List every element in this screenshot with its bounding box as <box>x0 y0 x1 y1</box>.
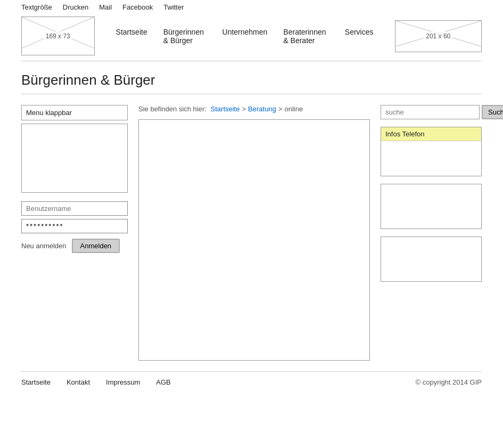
logo-small: 169 x 73 <box>21 17 95 55</box>
footer-impressum[interactable]: Impressum <box>106 378 140 386</box>
breadcrumb-sep1: > <box>242 105 246 113</box>
infos-telefon-title: Infos Telefon <box>381 127 481 141</box>
center-content: Sie befinden sich hier: Startseite > Ber… <box>138 105 370 361</box>
footer-agb[interactable]: AGB <box>156 378 170 386</box>
title-divider <box>21 94 482 94</box>
page-title: Bürgerinnen & Bürger <box>0 61 503 94</box>
infos-telefon-box: Infos Telefon <box>381 127 482 176</box>
breadcrumb-beratung[interactable]: Beratung <box>248 105 276 113</box>
breadcrumb-sep2: > <box>278 105 283 113</box>
top-bar-facebook[interactable]: Facebook <box>122 3 153 11</box>
infos-telefon-content <box>381 141 481 176</box>
top-bar-twitter[interactable]: Twitter <box>163 3 184 11</box>
main-content-box <box>138 119 370 361</box>
main-nav: Startseite Bürgerinnen & Bürger Unterneh… <box>95 23 395 49</box>
left-sidebar: Menu klappbar Neu anmelden Anmelden <box>21 105 128 361</box>
top-bar: Textgröße Drucken Mail Facebook Twitter <box>0 0 503 14</box>
register-label: Neu anmelden <box>21 242 67 250</box>
nav-services[interactable]: Services <box>345 28 374 45</box>
top-bar-textgroesse[interactable]: Textgröße <box>21 3 52 11</box>
logo-large: 201 x 60 <box>395 20 482 52</box>
nav-startseite[interactable]: Startseite <box>116 28 147 45</box>
search-button[interactable]: Suche <box>482 105 503 119</box>
search-row: Suche <box>381 105 482 119</box>
top-bar-mail[interactable]: Mail <box>99 3 112 11</box>
anmelden-button[interactable]: Anmelden <box>72 239 120 253</box>
username-input[interactable] <box>21 201 128 216</box>
breadcrumb-prefix: Sie befinden sich hier: <box>138 105 207 113</box>
right-box-2 <box>381 237 482 282</box>
nav-buergerinnen[interactable]: Bürgerinnen & Bürger <box>163 28 207 45</box>
login-row: Neu anmelden Anmelden <box>21 239 128 253</box>
footer-kontakt[interactable]: Kontakt <box>67 378 90 386</box>
nav-beraterinnen[interactable]: Beraterinnen & Berater <box>283 28 328 45</box>
footer-copyright: © copyright 2014 GIP <box>416 378 482 386</box>
menu-content <box>21 124 128 193</box>
menu-label: Menu klappbar <box>21 105 128 120</box>
top-bar-drucken[interactable]: Drucken <box>63 3 88 11</box>
password-input[interactable] <box>21 219 128 233</box>
search-input[interactable] <box>381 105 480 119</box>
breadcrumb-current: online <box>284 105 303 113</box>
breadcrumb-startseite[interactable]: Startseite <box>211 105 240 113</box>
nav-unternehmen[interactable]: Unternehmen <box>222 28 268 45</box>
header: 169 x 73 Startseite Bürgerinnen & Bürger… <box>0 14 503 61</box>
content-area: Menu klappbar Neu anmelden Anmelden Sie … <box>0 105 503 361</box>
footer-startseite[interactable]: Startseite <box>21 378 51 386</box>
footer-links: Startseite Kontakt Impressum AGB <box>21 378 171 386</box>
footer: Startseite Kontakt Impressum AGB © copyr… <box>0 372 503 393</box>
right-sidebar: Suche Infos Telefon <box>381 105 482 361</box>
breadcrumb: Sie befinden sich hier: Startseite > Ber… <box>138 105 370 113</box>
right-box-1 <box>381 184 482 229</box>
